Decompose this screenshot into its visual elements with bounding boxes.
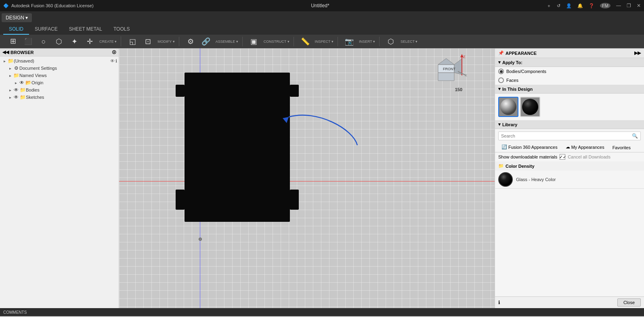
eye-icon-origin[interactable]: 👁 — [19, 80, 25, 86]
black-material-thumb[interactable] — [520, 97, 540, 117]
move-btn[interactable]: ✛ — [82, 37, 97, 46]
folder-icon-origin: 📂 — [25, 80, 31, 86]
panel-scroll-area[interactable]: 📁 Color Density — [495, 161, 644, 296]
expand-named-views[interactable]: ▸ — [7, 73, 13, 78]
search-input[interactable] — [501, 133, 632, 138]
select-btn[interactable]: ⬡ — [384, 37, 398, 46]
browser-item-origin[interactable]: ▸ 👁 📂 Origin — [0, 79, 119, 86]
in-this-design-section[interactable]: ▾ In This Design — [495, 85, 644, 94]
info-icon-unsaved[interactable]: ℹ — [115, 58, 117, 64]
hole-btn[interactable]: ⬡ — [52, 37, 66, 46]
user-initials[interactable]: FM — [600, 3, 610, 8]
assemble-btn1[interactable]: ⚙ — [183, 37, 198, 46]
canvas-area[interactable]: FRONT Z X 150 — [119, 48, 495, 308]
sketches-label: Sketches — [26, 95, 117, 100]
assemble-group: ⚙ 🔗 ASSEMBLE ▾ — [181, 37, 243, 46]
app-icon: 🔷 — [3, 3, 9, 8]
help-icon: ❓ — [589, 3, 594, 8]
revolve-btn[interactable]: ○ — [36, 37, 51, 46]
construct-label: CONSTRUCT ▾ — [262, 40, 291, 44]
expand-origin[interactable]: ▸ — [13, 81, 19, 85]
new-component-icon: ⊞ — [10, 38, 16, 45]
construct-icon: ▣ — [250, 38, 257, 45]
apply-faces-option[interactable]: Faces — [498, 77, 518, 83]
browser-options-icon[interactable]: ⦿ — [112, 50, 116, 55]
cancel-downloads-link[interactable]: Cancel all Downloads — [568, 154, 610, 159]
browser-item-bodies[interactable]: ▸ 👁 📁 Bodies — [0, 86, 119, 94]
glass-sphere-svg — [498, 172, 513, 187]
folder-icon-sketches: 📁 — [19, 94, 26, 100]
design-thumbnails — [495, 94, 644, 120]
browser-collapse-icon[interactable]: ◀◀ — [2, 50, 9, 55]
titlebar-right: ＋ ↺ 👤 🔔 ❓ FM — ❐ ✕ — [547, 3, 641, 9]
extrude-btn[interactable]: ⬛ — [21, 37, 36, 46]
tab-solid[interactable]: SOLID — [3, 24, 29, 35]
apply-bodies-option[interactable]: Bodies/Components — [498, 69, 546, 74]
svg-marker-2 — [438, 58, 454, 65]
apply-faces-radio[interactable] — [498, 77, 504, 83]
modify-btn2[interactable]: ⊡ — [141, 37, 155, 46]
apply-bodies-radio[interactable] — [498, 69, 504, 74]
favorites-tab[interactable]: Favorites — [609, 144, 634, 152]
construct-btn[interactable]: ▣ — [247, 37, 261, 46]
insert-group: 📷 INSERT ▾ — [340, 37, 380, 46]
tab-tools[interactable]: TOOLS — [108, 24, 135, 35]
model-notch-rb — [290, 190, 299, 210]
downloadable-checkbox[interactable]: ✓ — [560, 154, 565, 160]
app-title: Autodesk Fusion 360 (Education License) — [11, 3, 94, 8]
toolbar-tabs: SOLID SURFACE SHEET METAL TOOLS — [0, 24, 644, 35]
inspect-btn[interactable]: 📏 — [298, 37, 313, 46]
tab-sheet-metal[interactable]: SHEET METAL — [63, 24, 108, 35]
create-more-btn[interactable]: ✦ — [67, 37, 82, 46]
folder-icon-bodies: 📁 — [19, 87, 26, 93]
expand-sketches[interactable]: ▸ — [7, 95, 13, 100]
browser-item-doc-settings[interactable]: ▸ ⚙ Document Settings — [0, 65, 119, 72]
glass-heavy-color-name: Glass - Heavy Color — [516, 177, 556, 182]
apply-bodies-row: Bodies/Components — [495, 67, 644, 76]
my-appearances-tab[interactable]: ☁ My Appearances — [562, 143, 608, 152]
panel-footer: ℹ Close — [495, 296, 644, 308]
expand-unsaved[interactable]: ▸ — [2, 59, 7, 63]
model-notch-lb — [176, 190, 185, 210]
model-notch-lt — [176, 85, 185, 97]
toolbar: SOLID SURFACE SHEET METAL TOOLS ⊞ ⬛ ○ ⬡ … — [0, 24, 644, 48]
panel-expand-icon[interactable]: ▶▶ — [634, 50, 641, 56]
origin-label: Origin — [31, 80, 117, 85]
insert-btn[interactable]: 📷 — [342, 37, 357, 46]
minimize-btn[interactable]: — — [616, 3, 621, 8]
browser-item-named-views[interactable]: ▸ 📁 Named Views — [0, 72, 119, 79]
eye-icon-bodies[interactable]: 👁 — [13, 87, 19, 93]
assemble-icon1: ⚙ — [187, 38, 194, 45]
browser-item-unsaved[interactable]: ▸ 📁 (Unsaved) 👁 ℹ — [0, 57, 119, 65]
chrome-sphere-svg — [499, 98, 518, 116]
library-section[interactable]: ▾ Library — [495, 120, 644, 129]
tab-surface[interactable]: SURFACE — [29, 24, 63, 35]
close-panel-btn[interactable]: Close — [617, 298, 641, 307]
expand-bodies[interactable]: ▸ — [7, 88, 13, 92]
assemble-btn2[interactable]: 🔗 — [199, 37, 213, 46]
doc-settings-label: Document Settings — [19, 66, 117, 71]
search-icon[interactable]: 🔍 — [632, 133, 638, 139]
modify-btn1[interactable]: ◱ — [125, 37, 140, 46]
browser-item-sketches[interactable]: ▸ 👁 📁 Sketches — [0, 94, 119, 101]
reload-icon: ↺ — [557, 3, 560, 8]
apply-to-section[interactable]: ▾ Apply To: — [495, 58, 644, 67]
eye-icon-sketches[interactable]: 👁 — [13, 94, 19, 100]
fusion-appearances-tab[interactable]: 🔄 Fusion 360 Appearances — [498, 143, 561, 152]
modify-icon1: ◱ — [129, 38, 136, 45]
pin-icon[interactable]: 📌 — [498, 50, 504, 56]
axis-point — [199, 238, 202, 241]
expand-doc-settings[interactable]: ▸ — [7, 66, 13, 71]
new-tab-btn[interactable]: ＋ — [547, 3, 551, 9]
info-icon-footer[interactable]: ℹ — [498, 300, 500, 305]
new-component-btn[interactable]: ⊞ — [6, 36, 20, 46]
maximize-btn[interactable]: ❐ — [627, 3, 631, 8]
glass-heavy-color-item[interactable]: Glass - Heavy Color — [495, 171, 644, 188]
chrome-material-thumb[interactable] — [498, 97, 518, 117]
design-menu-btn[interactable]: DESIGN ▾ — [2, 13, 32, 22]
construct-group: ▣ CONSTRUCT ▾ — [244, 37, 294, 46]
eye-icon-unsaved[interactable]: 👁 — [110, 58, 115, 64]
statusbar: COMMENTS — [0, 308, 644, 316]
close-btn[interactable]: ✕ — [637, 3, 641, 8]
color-density-header[interactable]: 📁 Color Density — [495, 161, 644, 171]
